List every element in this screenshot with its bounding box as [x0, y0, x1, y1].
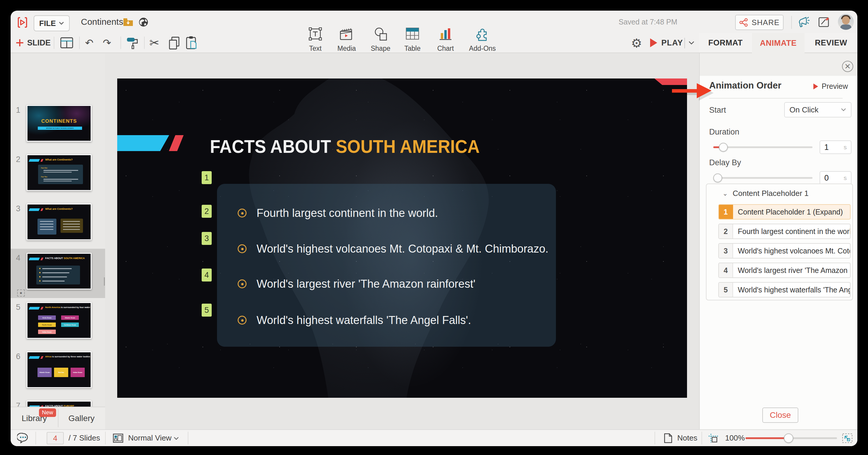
thumb-chip: Caribbean Ocean: [61, 323, 79, 327]
insert-addons-tool[interactable]: Add-Ons: [465, 27, 500, 53]
slide-row[interactable]: 1CONTINENTSIMPORTANT FACTS ABOUT THE SEV…: [11, 101, 105, 150]
start-dropdown[interactable]: On Click: [784, 102, 851, 118]
app-logo-icon: [17, 17, 28, 28]
duration-slider[interactable]: [713, 147, 812, 148]
divider: [791, 16, 792, 29]
slideshow-settings-gear-icon[interactable]: ⚙: [628, 35, 645, 51]
avatar[interactable]: [838, 14, 854, 30]
tab-review[interactable]: REVIEW: [805, 33, 857, 53]
slide-bullet[interactable]: World's largest river 'The Amazon rainfo…: [238, 278, 475, 290]
insert-media-tool[interactable]: Media: [333, 27, 361, 53]
slide-thumbnail-1[interactable]: CONTINENTSIMPORTANT FACTS ABOUT THE SEVE…: [27, 105, 92, 142]
animation-item[interactable]: 5World's highest waterfalls 'The Angel F…: [718, 282, 850, 297]
layout-icon[interactable]: [60, 37, 73, 48]
feedback-icon[interactable]: [818, 17, 830, 28]
insert-addons-label: Add-Ons: [469, 44, 496, 53]
close-icon[interactable]: ✕: [842, 61, 853, 72]
animation-item-number: 5: [719, 283, 733, 297]
document-title[interactable]: Continents: [81, 11, 123, 33]
slide-row[interactable]: 6Africa is surrounded by three water bod…: [11, 347, 105, 397]
chevron-down-icon[interactable]: [174, 437, 179, 440]
zoom-slider-thumb[interactable]: [784, 433, 793, 443]
animation-order-badge: 5: [202, 304, 212, 317]
current-slide[interactable]: FACTS ABOUT SOUTH AMERICA 12345 Fourth l…: [117, 78, 687, 398]
slide-row[interactable]: 4FACTS ABOUT SOUTH AMERICA★: [11, 249, 105, 298]
slide-title-white: FACTS ABOUT: [210, 136, 336, 157]
slide-animation-indicator: ★: [17, 289, 25, 297]
slide-row[interactable]: 3What are Continents?: [11, 199, 105, 249]
delay-input[interactable]: 0 s: [819, 171, 851, 185]
thumb-title: What are Continents?: [45, 207, 73, 210]
notes-icon[interactable]: [664, 433, 673, 443]
slide-row[interactable]: 5North America is surrounded by four wat…: [11, 298, 105, 347]
slide-number: 3: [16, 204, 20, 213]
duration-input[interactable]: 1 s: [819, 140, 851, 154]
title-cyan-decoration: [117, 135, 169, 151]
animation-item[interactable]: 1Content Placeholder 1 (Expand): [718, 204, 850, 220]
notes-label[interactable]: Notes: [677, 430, 698, 446]
insert-shape-tool[interactable]: Shape: [366, 27, 395, 53]
insert-text-tool[interactable]: Text: [301, 27, 330, 53]
redo-button[interactable]: ↷: [103, 33, 111, 53]
insert-chart-tool[interactable]: Chart: [431, 27, 460, 53]
insert-chart-label: Chart: [437, 44, 454, 53]
slide-number: 1: [16, 106, 20, 115]
version-save-icon[interactable]: [123, 18, 133, 27]
chart-icon: [438, 27, 453, 41]
divider: [105, 432, 106, 444]
normal-view-icon[interactable]: [113, 433, 123, 443]
play-button[interactable]: PLAY: [650, 33, 683, 53]
format-painter-icon[interactable]: [126, 37, 140, 50]
comments-icon[interactable]: [17, 433, 29, 444]
slide-thumbnail-2[interactable]: What are Continents?Fact OneFact Two: [27, 154, 92, 191]
gallery-tab[interactable]: Gallery: [58, 407, 105, 429]
play-options-chevron[interactable]: [688, 33, 694, 53]
insert-table-tool[interactable]: Table: [398, 27, 427, 53]
thumb-title: FACTS ABOUT SOUTH AMERICA: [45, 257, 85, 260]
slide-thumbnail-4[interactable]: FACTS ABOUT SOUTH AMERICA: [27, 253, 92, 289]
guides-icon[interactable]: [708, 433, 719, 443]
animation-item[interactable]: 2Fourth largest continent in the world.: [718, 224, 850, 239]
file-menu-button[interactable]: FILE: [34, 15, 70, 31]
shape-icon: [373, 27, 388, 41]
preview-button[interactable]: Preview: [813, 82, 848, 91]
share-button[interactable]: SHARE: [735, 15, 783, 30]
tab-format[interactable]: FORMAT: [699, 33, 752, 53]
animation-item-label: Content Placeholder 1 (Expand): [733, 205, 850, 219]
animation-order-badge: 2: [202, 205, 212, 218]
text-icon: [309, 27, 322, 41]
animation-item[interactable]: 3World's highest volcanoes Mt. Cotopaxi …: [718, 243, 850, 258]
paste-button[interactable]: [185, 36, 198, 50]
animation-item[interactable]: 4World's largest river 'The Amazon rainf…: [718, 263, 850, 278]
publish-globe-icon[interactable]: [138, 17, 149, 27]
start-value: On Click: [789, 105, 818, 115]
view-mode-label[interactable]: Normal View: [128, 430, 172, 446]
close-button[interactable]: Close: [762, 408, 798, 423]
slide-bullet[interactable]: World's highest waterfalls 'The Angel Fa…: [238, 314, 471, 327]
delay-slider-thumb[interactable]: [713, 173, 722, 182]
duration-slider-thumb[interactable]: [719, 143, 728, 152]
thumb-chip: Indian Ocean: [38, 330, 56, 334]
slide-thumbnail-5[interactable]: North America is surrounded by four wate…: [27, 302, 92, 339]
slide-thumbnail-3[interactable]: What are Continents?: [27, 204, 92, 240]
animation-item-number: 3: [719, 244, 733, 258]
slide-number-input[interactable]: 4: [46, 432, 64, 444]
delay-slider[interactable]: [713, 177, 812, 179]
copy-button[interactable]: [168, 37, 181, 50]
animation-group-header[interactable]: ⌄ Content Placeholder 1: [722, 189, 809, 198]
slide-bullet[interactable]: Fourth largest continent in the world.: [238, 206, 438, 220]
undo-button[interactable]: ↶: [85, 33, 94, 53]
animation-item-number: 2: [719, 224, 733, 238]
chevron-down-icon: [59, 22, 64, 25]
slide-title[interactable]: FACTS ABOUT SOUTH AMERICA: [210, 136, 480, 157]
zoom-slider[interactable]: [745, 437, 837, 439]
fit-to-screen-icon[interactable]: [842, 433, 852, 443]
slide-thumbnail-6[interactable]: Africa is surrounded by three water bodi…: [27, 351, 92, 388]
tab-animate[interactable]: ANIMATE: [752, 33, 805, 53]
announcement-icon[interactable]: [798, 17, 810, 28]
add-slide-button[interactable]: SLIDE: [16, 33, 51, 53]
cut-button[interactable]: ✂: [149, 33, 159, 53]
slide-bullet[interactable]: World's highest volcanoes Mt. Cotopaxi &…: [238, 242, 549, 255]
delay-unit: s: [844, 174, 847, 182]
slide-row[interactable]: 2What are Continents?Fact OneFact Two: [11, 150, 105, 199]
